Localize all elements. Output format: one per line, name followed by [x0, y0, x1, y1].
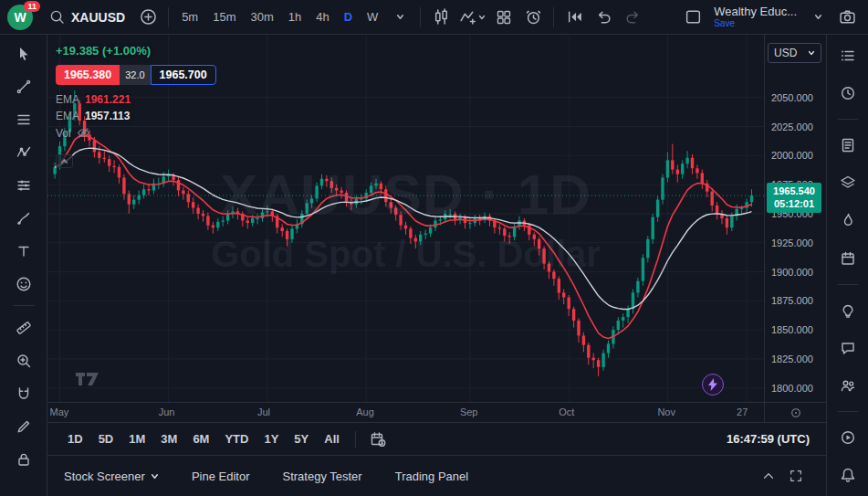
save-button[interactable]: Save — [714, 18, 797, 28]
projection-tool-button[interactable] — [9, 172, 38, 198]
watchlist-button[interactable] — [834, 44, 862, 68]
range-1m-button[interactable]: 1M — [121, 428, 152, 449]
trend-line-tool-button[interactable] — [9, 73, 38, 100]
tradingview-logo — [75, 371, 100, 387]
layout-name-button[interactable]: Wealthy Educ... Save — [708, 5, 802, 28]
time-tick-label: Nov — [657, 406, 675, 417]
chevron-down-icon — [396, 13, 404, 21]
watchlist-icon — [840, 47, 856, 64]
currency-selector[interactable]: USD — [768, 43, 821, 63]
calendar-button[interactable] — [834, 246, 862, 269]
lock-drawings-tool-button[interactable] — [9, 446, 38, 472]
redo-arrow-icon — [624, 8, 642, 26]
range-1d-button[interactable]: 1D — [60, 428, 90, 449]
tab-stock-screener[interactable]: Stock Screener — [64, 470, 159, 483]
eye-off-icon[interactable] — [77, 126, 90, 140]
text-icon — [16, 243, 32, 259]
range-6m-button[interactable]: 6M — [185, 428, 216, 449]
grid-layout-icon — [496, 9, 512, 26]
ruler-tool-button[interactable] — [9, 314, 38, 341]
bar-replay-button[interactable] — [560, 4, 588, 31]
notifications-button[interactable] — [834, 463, 862, 487]
chat-button[interactable] — [834, 336, 862, 360]
go-to-date-button[interactable] — [364, 426, 392, 453]
chart-style-button[interactable] — [427, 4, 455, 31]
tab-label: Pine Editor — [192, 470, 250, 483]
redo-button[interactable] — [619, 4, 646, 31]
timeframe-15m-button[interactable]: 15m — [206, 6, 242, 27]
price-tick-label: 1900.000 — [771, 267, 813, 278]
user-menu-button[interactable]: W 11 — [7, 3, 40, 32]
create-alert-button[interactable] — [519, 4, 547, 31]
price-tick-label: 2025.000 — [771, 121, 813, 132]
chart-area: XAUUSD · 1D Gold Spot / U.S. Dollar +19.… — [47, 35, 826, 402]
cursor-tool-button[interactable] — [9, 40, 38, 67]
object-tree-button[interactable] — [834, 171, 862, 195]
toolbar-separator — [420, 7, 421, 27]
timeframe-5m-button[interactable]: 5m — [175, 6, 204, 27]
streams-button[interactable] — [834, 426, 862, 449]
sidebar-separator — [838, 411, 858, 412]
range-ytd-button[interactable]: YTD — [217, 428, 256, 449]
tab-pine-editor[interactable]: Pine Editor — [192, 470, 250, 483]
tab-label: Stock Screener — [64, 470, 145, 483]
brush-icon — [16, 210, 32, 227]
target-icon[interactable] — [790, 406, 802, 419]
sell-button[interactable]: 1965.380 — [56, 65, 120, 85]
hotlists-button[interactable] — [834, 208, 862, 232]
lightning-quick-action-button[interactable] — [702, 374, 724, 396]
open-panel-button[interactable] — [755, 462, 782, 490]
projection-icon — [16, 177, 32, 194]
maximize-panel-button[interactable] — [782, 462, 810, 490]
legend-collapse-button[interactable] — [56, 154, 73, 168]
time-axis[interactable]: MayJunJulAugSepOctNov27 — [47, 402, 826, 422]
timeframe-1h-button[interactable]: 1h — [282, 6, 308, 27]
undo-button[interactable] — [590, 4, 617, 31]
layout-menu-chevron-button[interactable] — [804, 4, 831, 31]
range-1y-button[interactable]: 1Y — [256, 428, 286, 449]
ideas-button[interactable] — [834, 299, 862, 322]
chat-bubble-icon — [840, 340, 856, 356]
timeframe-menu-button[interactable] — [386, 4, 413, 31]
flame-icon — [840, 212, 856, 228]
play-circle-icon — [840, 429, 856, 446]
price-scale[interactable]: USD 2050.0002025.0002000.0001975.0001950… — [764, 35, 826, 402]
zoom-tool-button[interactable] — [9, 347, 38, 374]
timeframe-30m-button[interactable]: 30m — [244, 6, 279, 27]
fib-retracement-tool-button[interactable] — [9, 106, 38, 132]
timeframe-4h-button[interactable]: 4h — [309, 6, 335, 27]
last-price-badge: 1965.540 05:12:01 — [767, 183, 821, 213]
range-5d-button[interactable]: 5D — [91, 428, 121, 449]
alert-clock-icon — [840, 85, 856, 101]
layout-select-button[interactable] — [679, 4, 706, 31]
emoji-tool-button[interactable] — [9, 270, 38, 297]
chevron-up-icon — [761, 469, 776, 483]
layout-grid-button[interactable] — [490, 4, 518, 31]
buy-button[interactable]: 1965.700 — [151, 65, 216, 85]
chart-pane: XAUUSD · 1D Gold Spot / U.S. Dollar +19.… — [47, 35, 826, 496]
lightbulb-icon — [840, 302, 856, 319]
brush-tool-button[interactable] — [9, 205, 38, 231]
alerts-button[interactable] — [834, 81, 862, 105]
range-5y-button[interactable]: 5Y — [287, 428, 316, 449]
indicators-button[interactable] — [456, 4, 488, 31]
range-3m-button[interactable]: 3M — [153, 428, 184, 449]
compare-add-symbol-button[interactable] — [134, 4, 162, 31]
timeframe-1w-button[interactable]: W — [361, 6, 384, 27]
community-button[interactable] — [834, 374, 862, 397]
data-window-button[interactable] — [834, 133, 862, 157]
tab-trading-panel[interactable]: Trading Panel — [395, 470, 468, 483]
toolbar-separator — [168, 7, 169, 27]
tab-strategy-tester[interactable]: Strategy Tester — [282, 470, 361, 483]
snapshot-button[interactable] — [833, 4, 861, 31]
text-tool-button[interactable] — [9, 237, 38, 264]
pattern-tool-button[interactable] — [9, 139, 38, 165]
symbol-search-button[interactable]: XAUUSD — [42, 5, 132, 28]
magnet-tool-button[interactable] — [9, 380, 38, 406]
range-all-button[interactable]: All — [317, 428, 347, 449]
draw-mode-tool-button[interactable] — [9, 413, 38, 439]
timeframe-1d-button[interactable]: D — [338, 6, 359, 27]
trend-line-icon — [16, 79, 32, 95]
chart-legend: +19.385 (+1.00%) 1965.380 32.0 1965.700 … — [56, 44, 216, 168]
session-clock[interactable]: 16:47:59 (UTC) — [727, 432, 813, 446]
